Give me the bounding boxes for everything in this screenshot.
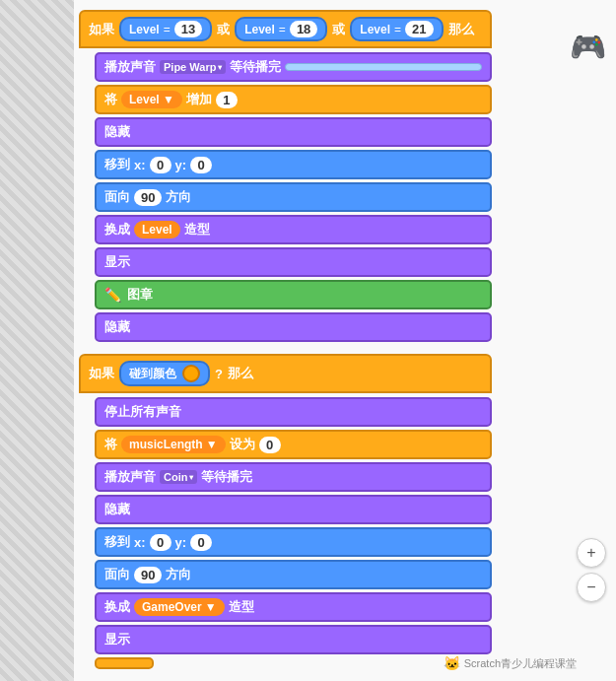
pen-icon: ✏️ xyxy=(104,287,121,303)
level-var-chip-3: Level = 21 xyxy=(350,17,443,41)
gameover-var-chip: GameOver ▼ xyxy=(134,598,225,616)
x-label-1: x: xyxy=(134,158,146,172)
val-13: 13 xyxy=(174,21,202,37)
color-circle[interactable] xyxy=(182,365,200,382)
wait-label-1: 等待播完 xyxy=(230,58,281,76)
if-keyword-2: 如果 xyxy=(89,365,114,382)
stop-sounds-block[interactable]: 停止所有声音 xyxy=(95,397,492,427)
y-label-1: y: xyxy=(175,158,187,172)
level-label-2: Level xyxy=(244,23,275,36)
face-val-1: 90 xyxy=(134,189,162,206)
partial-block xyxy=(95,657,154,669)
touch-color-label: 碰到颜色 xyxy=(129,366,176,382)
mario-sprite: 🎮 xyxy=(570,30,606,64)
set-to-label: 设为 xyxy=(230,436,255,453)
scratch-icon: 🐱 xyxy=(444,655,460,671)
dropdown-arrow-2: ▾ xyxy=(189,473,193,482)
or-2: 或 xyxy=(332,21,345,38)
y-val-2: 0 xyxy=(190,534,212,551)
add-level-block[interactable]: 将 Level ▼ 增加 1 xyxy=(95,85,492,114)
hide-label-2: 隐藏 xyxy=(104,318,130,336)
face-label-1: 面向 xyxy=(104,188,130,206)
play-sound-block-1[interactable]: 播放声音 Pipe Warp ▾ 等待播完 xyxy=(95,52,492,82)
sound-dropdown-1[interactable]: Pipe Warp ▾ xyxy=(160,60,226,74)
switch-costume-block-2[interactable]: 换成 GameOver ▼ 造型 xyxy=(95,592,492,622)
show-label-1: 显示 xyxy=(104,253,130,271)
direction-label-2: 方向 xyxy=(166,566,191,583)
show-block-1[interactable]: 显示 xyxy=(95,247,492,277)
dropdown-arrow-1: ▾ xyxy=(218,63,222,72)
zoom-out-button[interactable]: − xyxy=(577,573,606,602)
direction-label-1: 方向 xyxy=(166,188,191,206)
face-label-2: 面向 xyxy=(104,566,130,583)
show-block-2[interactable]: 显示 xyxy=(95,625,492,654)
level-var-costume: Level xyxy=(134,221,180,238)
val-21: 21 xyxy=(405,21,433,37)
add-val-1: 1 xyxy=(216,92,238,108)
stamp-block[interactable]: ✏️ 图章 xyxy=(95,280,492,309)
music-var-chip[interactable]: musicLength ▼ xyxy=(121,436,226,453)
zoom-in-button[interactable]: + xyxy=(577,538,606,568)
zoom-controls: + − xyxy=(577,538,606,602)
face-block-2[interactable]: 面向 90 方向 xyxy=(95,560,492,589)
face-block-1[interactable]: 面向 90 方向 xyxy=(95,182,492,212)
x-val-1: 0 xyxy=(150,157,171,173)
level-var-chip-2: Level = 18 xyxy=(235,17,327,41)
set-label-1: 将 xyxy=(104,91,117,108)
equals-1: = xyxy=(164,23,171,36)
equals-2: = xyxy=(279,23,286,36)
move-to-block-2[interactable]: 移到 x: 0 y: 0 xyxy=(95,527,492,557)
level-label-3: Level xyxy=(360,23,390,36)
costume-label-2: 造型 xyxy=(229,598,254,616)
sound-name-1: Pipe Warp xyxy=(164,61,216,73)
if-block-2: 如果 碰到颜色 ? 那么 停止所有声音 将 musicLength xyxy=(79,354,492,671)
or-1: 或 xyxy=(217,21,230,38)
if-header-2: 如果 碰到颜色 ? 那么 xyxy=(79,354,492,393)
stop-sounds-label: 停止所有声音 xyxy=(104,403,181,421)
hide-block-1[interactable]: 隐藏 xyxy=(95,117,492,147)
switch-label-2: 换成 xyxy=(104,598,130,616)
if-keyword-1: 如果 xyxy=(89,21,114,38)
watermark: 🐱 Scratch青少儿编程课堂 xyxy=(444,655,577,671)
hide-label-3: 隐藏 xyxy=(104,501,130,518)
switch-label-1: 换成 xyxy=(104,221,130,238)
y-val-1: 0 xyxy=(190,157,212,173)
x-val-2: 0 xyxy=(150,534,171,551)
move-to-label-1: 移到 xyxy=(104,156,130,173)
play-sound-label-2: 播放声音 xyxy=(104,468,156,486)
then-1: 那么 xyxy=(448,21,474,38)
set-val: 0 xyxy=(259,437,281,453)
if-body-1: 播放声音 Pipe Warp ▾ 等待播完 将 Level ▼ xyxy=(95,50,492,344)
costume-label-1: 造型 xyxy=(184,221,210,238)
sound-name-2: Coin xyxy=(164,471,187,483)
wait-label-2: 等待播完 xyxy=(201,468,252,486)
then-2: 那么 xyxy=(228,365,253,382)
stamp-label: 图章 xyxy=(127,286,153,304)
hide-block-3[interactable]: 隐藏 xyxy=(95,495,492,524)
wait-bar-1 xyxy=(285,63,482,71)
y-label-2: y: xyxy=(175,535,187,550)
play-sound-block-2[interactable]: 播放声音 Coin ▾ 等待播完 xyxy=(95,462,492,492)
if-block-1: 如果 Level = 13 或 Level = 18 或 Level = 21 xyxy=(79,10,492,344)
left-panel xyxy=(0,0,74,681)
if-header-1: 如果 Level = 13 或 Level = 18 或 Level = 21 xyxy=(79,10,492,48)
blocks-area: 如果 Level = 13 或 Level = 18 或 Level = 21 xyxy=(74,5,497,676)
sound-dropdown-2[interactable]: Coin ▾ xyxy=(160,470,197,484)
if-body-2: 停止所有声音 将 musicLength ▼ 设为 0 播放声音 Co xyxy=(95,395,492,671)
level-label-1: Level xyxy=(129,23,160,36)
level-var-chip-1: Level = 13 xyxy=(119,17,212,41)
switch-costume-block-1[interactable]: 换成 Level 造型 xyxy=(95,215,492,244)
level-var-1[interactable]: Level ▼ xyxy=(121,91,182,108)
question-mark: ? xyxy=(215,367,223,381)
move-to-label-2: 移到 xyxy=(104,533,130,551)
show-label-2: 显示 xyxy=(104,631,130,648)
move-to-block-1[interactable]: 移到 x: 0 y: 0 xyxy=(95,150,492,179)
main-container: 🎮 如果 Level = 13 或 Level = 18 或 xyxy=(0,0,616,681)
equals-3: = xyxy=(394,23,401,36)
hide-block-2[interactable]: 隐藏 xyxy=(95,312,492,342)
set-music-block[interactable]: 将 musicLength ▼ 设为 0 xyxy=(95,430,492,459)
set-label-2: 将 xyxy=(104,436,117,453)
val-18: 18 xyxy=(290,21,317,37)
hide-label-1: 隐藏 xyxy=(104,123,130,141)
face-val-2: 90 xyxy=(134,567,162,583)
